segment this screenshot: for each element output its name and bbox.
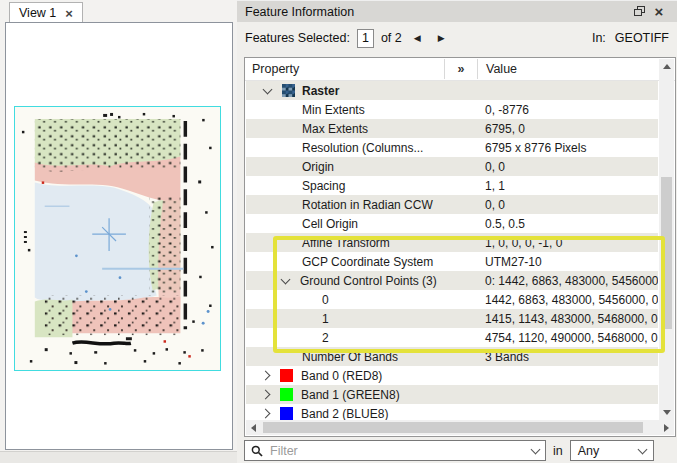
property-label: Band 2 (BLUE8) <box>301 407 388 421</box>
in-label: In: <box>592 31 606 45</box>
scope-dropdown-icon[interactable] <box>637 444 647 454</box>
property-label: Band 1 (GREEN8) <box>301 388 400 402</box>
property-label: Rotation in Radian CCW <box>302 198 433 212</box>
property-label: Origin <box>302 160 334 174</box>
property-cell: GCP Coordinate System <box>246 255 477 269</box>
property-label: Max Extents <box>302 122 368 136</box>
property-label: Raster <box>302 84 339 98</box>
property-row-rotation-in-radian-ccw[interactable]: Rotation in Radian CCW0, 0 <box>246 195 658 214</box>
panel-title: Feature Information <box>245 5 354 19</box>
property-cell: 0 <box>246 293 477 307</box>
property-cell: Raster <box>246 84 477 98</box>
property-row-resolution-columns-[interactable]: Resolution (Columns...6795 x 8776 Pixels <box>246 138 658 157</box>
map-viewport[interactable] <box>5 22 233 450</box>
property-cell: Cell Origin <box>246 217 477 231</box>
search-icon <box>251 445 263 457</box>
property-value: 0, -8776 <box>477 103 658 117</box>
property-row-1[interactable]: 11415, 1143, 483000, 5468000, 0 <box>246 309 658 328</box>
band-color-swatch <box>280 388 293 401</box>
property-label: 0 <box>322 293 329 307</box>
filter-input[interactable] <box>268 443 527 459</box>
property-row-gcp-coordinate-system[interactable]: GCP Coordinate SystemUTM27-10 <box>246 252 658 271</box>
property-value: 4754, 1120, 490000, 5468000, 0 <box>477 331 658 345</box>
band-color-swatch <box>280 407 293 420</box>
scroll-left-button[interactable] <box>246 420 261 435</box>
feature-information-panel: Feature Information × Features Selected:… <box>237 0 677 463</box>
column-header-property[interactable]: Property <box>245 62 444 76</box>
property-label: Cell Origin <box>302 217 358 231</box>
property-cell: Resolution (Columns... <box>246 141 477 155</box>
property-row-ground-control-points-3-[interactable]: Ground Control Points (3)0: 1442, 6863, … <box>246 271 658 290</box>
chevron-right-icon[interactable] <box>261 371 271 381</box>
panel-titlebar[interactable]: Feature Information × <box>237 0 677 22</box>
property-value: UTM27-10 <box>477 255 658 269</box>
view-tab-bar: View 1 × <box>0 0 237 22</box>
property-cell: 2 <box>246 331 477 345</box>
property-value: 6795 x 8776 Pixels <box>477 141 658 155</box>
tab-label: View 1 <box>19 6 56 20</box>
property-label: Affine Transform <box>302 236 390 250</box>
property-row-number-of-bands[interactable]: Number Of Bands3 Bands <box>246 347 658 366</box>
property-label: Number Of Bands <box>302 350 398 364</box>
selected-feature-input[interactable]: 1 <box>357 29 374 48</box>
property-row-band-0-red8-[interactable]: Band 0 (RED8) <box>246 366 658 385</box>
column-header-value[interactable]: Value <box>478 62 675 76</box>
band-color-swatch <box>280 369 293 382</box>
property-label: Band 0 (RED8) <box>301 369 382 383</box>
tab-view-1[interactable]: View 1 × <box>9 2 83 23</box>
horizontal-scrollbar[interactable] <box>246 420 674 435</box>
vertical-scroll-thumb[interactable] <box>661 177 672 329</box>
scroll-down-button[interactable] <box>659 405 674 420</box>
property-label: 1 <box>322 312 329 326</box>
close-panel-icon[interactable]: × <box>649 3 669 21</box>
app-window: View 1 × <box>0 0 677 463</box>
property-value: 3 Bands <box>477 350 658 364</box>
property-row-2[interactable]: 24754, 1120, 490000, 5468000, 0 <box>246 328 658 347</box>
dataset-name: GEOTIFF <box>615 31 669 45</box>
property-row-max-extents[interactable]: Max Extents6795, 0 <box>246 119 658 138</box>
filter-dropdown-icon[interactable] <box>531 444 541 454</box>
property-row-0[interactable]: 01442, 6863, 483000, 5456000, 0 <box>246 290 658 309</box>
expand-columns-button[interactable]: » <box>444 59 478 79</box>
property-row-origin[interactable]: Origin0, 0 <box>246 157 658 176</box>
previous-feature-button[interactable]: ◀ <box>409 33 426 43</box>
horizontal-scroll-thumb[interactable] <box>263 422 643 433</box>
property-row-affine-transform[interactable]: Affine Transform1, 0, 0, 0, -1, 0 <box>246 233 658 252</box>
raster-map-image <box>15 107 220 370</box>
property-label: 2 <box>322 331 329 345</box>
chevron-right-icon[interactable] <box>261 390 271 400</box>
property-value: 1442, 6863, 483000, 5456000, 0 <box>477 293 658 307</box>
filter-bar: in Any <box>244 440 670 461</box>
chevron-down-icon[interactable] <box>281 274 291 284</box>
scroll-right-button[interactable] <box>659 420 674 435</box>
property-cell: Number Of Bands <box>246 350 477 364</box>
property-cell: Spacing <box>246 179 477 193</box>
filter-input-box[interactable] <box>244 440 546 461</box>
property-row-min-extents[interactable]: Min Extents0, -8776 <box>246 100 658 119</box>
tab-close-icon[interactable]: × <box>65 7 73 20</box>
property-label: Resolution (Columns... <box>302 141 423 155</box>
filter-in-label: in <box>553 444 563 458</box>
chevron-right-icon[interactable] <box>261 409 271 419</box>
property-label: Min Extents <box>302 103 365 117</box>
property-row-band-1-green8-[interactable]: Band 1 (GREEN8) <box>246 385 658 404</box>
scroll-up-button[interactable] <box>659 59 674 74</box>
property-cell: Rotation in Radian CCW <box>246 198 477 212</box>
property-cell: Ground Control Points (3) <box>246 274 477 288</box>
property-cell: Band 2 (BLUE8) <box>246 407 477 421</box>
feature-toolbar: Features Selected: 1 of 2 ◀ ▶ In: GEOTIF… <box>237 22 677 54</box>
left-status-strip <box>0 451 237 463</box>
property-table: Property » Value RasterMin Extents0, -87… <box>244 57 676 437</box>
property-row-cell-origin[interactable]: Cell Origin0.5, 0.5 <box>246 214 658 233</box>
property-row-spacing[interactable]: Spacing1, 1 <box>246 176 658 195</box>
property-row-raster[interactable]: Raster <box>246 81 658 100</box>
vertical-scrollbar[interactable] <box>659 59 674 420</box>
float-panel-icon[interactable] <box>629 3 649 21</box>
property-label: GCP Coordinate System <box>302 255 433 269</box>
property-value: 6795, 0 <box>477 122 658 136</box>
table-header: Property » Value <box>245 58 675 81</box>
next-feature-button[interactable]: ▶ <box>433 33 450 43</box>
filter-scope-select[interactable]: Any <box>570 440 654 461</box>
property-cell: Origin <box>246 160 477 174</box>
chevron-down-icon[interactable] <box>263 84 273 94</box>
